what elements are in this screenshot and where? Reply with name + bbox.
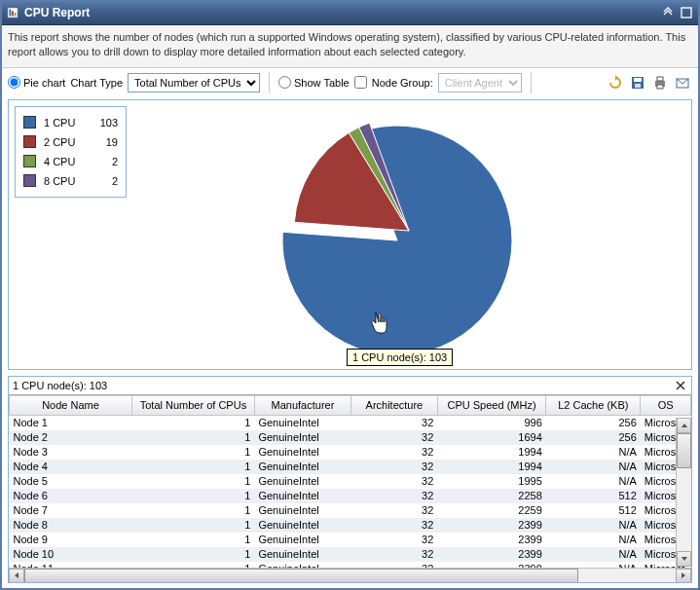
- print-icon[interactable]: [650, 73, 670, 92]
- column-header[interactable]: Architecture: [351, 396, 438, 416]
- legend-label: 2 CPU: [44, 136, 85, 148]
- table-cell: 996: [437, 416, 546, 430]
- legend-value: 2: [92, 175, 118, 187]
- chart-area: 1 CPU1032 CPU194 CPU28 CPU2 1 CPU node(s…: [8, 99, 692, 370]
- legend-item[interactable]: 4 CPU2: [23, 152, 118, 171]
- table-cell: 2399: [437, 518, 546, 533]
- title-text: CPU Report: [24, 6, 90, 19]
- table-row[interactable]: Node 71GenuineIntel322259512Microsof: [10, 503, 691, 518]
- table-cell: 32: [351, 460, 438, 474]
- table-cell: 1: [131, 489, 254, 503]
- table-cell: N/A: [546, 518, 641, 533]
- table-cell: 1995: [437, 474, 546, 489]
- legend-item[interactable]: 8 CPU2: [23, 171, 118, 191]
- legend-label: 4 CPU: [44, 156, 85, 167]
- table-cell: 512: [546, 489, 641, 503]
- table-cell: Node 9: [10, 533, 132, 547]
- table-panel: 1 CPU node(s): 103 Node NameTotal Number…: [8, 376, 692, 583]
- data-table: Node NameTotal Number of CPUsManufacture…: [9, 396, 691, 568]
- collapse-icon[interactable]: [660, 5, 676, 20]
- table-row[interactable]: Node 51GenuineIntel321995N/AMicrosof: [10, 474, 691, 489]
- svg-rect-9: [657, 77, 663, 81]
- scrollbar-thumb[interactable]: [677, 433, 691, 468]
- table-cell: 1: [131, 533, 254, 547]
- table-cell: Node 10: [10, 547, 132, 562]
- legend-item[interactable]: 2 CPU19: [23, 132, 118, 152]
- scroll-up-icon[interactable]: [677, 418, 691, 433]
- table-cell: 1: [131, 445, 254, 460]
- table-cell: 256: [546, 430, 641, 445]
- table-row[interactable]: Node 91GenuineIntel322399N/AMicrosof: [10, 533, 691, 547]
- table-cell: 2399: [437, 547, 546, 562]
- vertical-scrollbar[interactable]: [676, 418, 691, 567]
- column-header[interactable]: Manufacturer: [254, 396, 350, 416]
- show-table-radio-input[interactable]: [278, 76, 291, 89]
- table-cell: 256: [546, 416, 641, 430]
- chart-tooltip: 1 CPU node(s): 103: [347, 349, 453, 366]
- separator: [269, 72, 270, 93]
- table-cell: 1: [131, 460, 254, 474]
- table-row[interactable]: Node 11GenuineIntel32996256Microsof: [10, 416, 691, 430]
- legend-label: 1 CPU: [44, 117, 85, 129]
- save-icon[interactable]: [628, 73, 647, 92]
- svg-rect-4: [682, 8, 691, 18]
- chart-type-label: Chart Type: [70, 77, 123, 89]
- table-cell: 1: [131, 474, 254, 489]
- scroll-down-icon[interactable]: [677, 551, 691, 567]
- show-table-radio[interactable]: Show Table: [278, 76, 350, 89]
- table-cell: 32: [351, 474, 438, 489]
- table-cell: 32: [351, 489, 438, 503]
- pie-chart[interactable]: [272, 108, 534, 363]
- table-row[interactable]: Node 61GenuineIntel322258512Microsof: [10, 489, 691, 503]
- table-cell: Node 8: [10, 518, 132, 533]
- column-header[interactable]: L2 Cache (KB): [546, 396, 641, 416]
- table-cell: Node 2: [10, 430, 132, 445]
- column-header[interactable]: Total Number of CPUs: [131, 396, 254, 416]
- table-cell: 1994: [437, 460, 546, 474]
- pie-chart-radio[interactable]: Pie chart: [8, 76, 65, 89]
- separator: [531, 72, 532, 93]
- toolbar: Pie chart Chart Type Total Number of CPU…: [0, 68, 700, 97]
- table-row[interactable]: Node 101GenuineIntel322399N/AMicrosof: [10, 547, 691, 562]
- legend-swatch: [23, 135, 36, 148]
- table-cell: N/A: [546, 547, 641, 562]
- table-cell: 32: [351, 430, 438, 445]
- table-cell: Node 3: [10, 445, 132, 460]
- table-row[interactable]: Node 81GenuineIntel322399N/AMicrosof: [10, 518, 691, 533]
- table-cell: 32: [351, 445, 438, 460]
- table-cell: 1: [131, 503, 254, 518]
- column-header[interactable]: CPU Speed (MHz): [437, 396, 546, 416]
- horizontal-scrollbar[interactable]: [9, 568, 691, 582]
- legend-swatch: [23, 116, 36, 129]
- email-icon[interactable]: [673, 73, 692, 92]
- table-cell: 1694: [437, 430, 546, 445]
- maximize-icon[interactable]: [679, 5, 694, 20]
- node-group-select: Client Agent: [438, 73, 522, 92]
- table-cell: Node 6: [10, 489, 132, 503]
- table-cell: 2259: [437, 503, 546, 518]
- pie-slice[interactable]: [282, 126, 512, 355]
- table-cell: 32: [351, 533, 438, 547]
- column-header[interactable]: Node Name: [10, 396, 132, 416]
- table-cell: 1: [131, 416, 254, 430]
- table-cell: GenuineIntel: [254, 489, 350, 503]
- svg-rect-2: [12, 11, 14, 16]
- show-table-checkbox[interactable]: [354, 76, 367, 89]
- scroll-left-icon[interactable]: [9, 569, 24, 582]
- scrollbar-thumb[interactable]: [24, 569, 578, 582]
- legend: 1 CPU1032 CPU194 CPU28 CPU2: [15, 106, 127, 198]
- column-header[interactable]: OS: [641, 396, 691, 416]
- refresh-icon[interactable]: [606, 73, 625, 92]
- legend-item[interactable]: 1 CPU103: [23, 113, 118, 132]
- table-row[interactable]: Node 41GenuineIntel321994N/AMicrosof: [10, 460, 691, 474]
- close-icon[interactable]: [674, 379, 687, 392]
- report-description: This report shows the number of nodes (w…: [0, 25, 700, 68]
- table-cell: GenuineIntel: [254, 430, 350, 445]
- table-row[interactable]: Node 31GenuineIntel321994N/AMicrosof: [10, 445, 691, 460]
- scroll-right-icon[interactable]: [676, 569, 691, 582]
- chart-type-select[interactable]: Total Number of CPUs: [128, 73, 260, 92]
- table-row[interactable]: Node 21GenuineIntel321694256Microsof: [10, 430, 691, 445]
- pie-chart-radio-input[interactable]: [8, 76, 20, 89]
- node-group-label: Node Group:: [372, 77, 433, 89]
- table-cell: 2258: [437, 489, 546, 503]
